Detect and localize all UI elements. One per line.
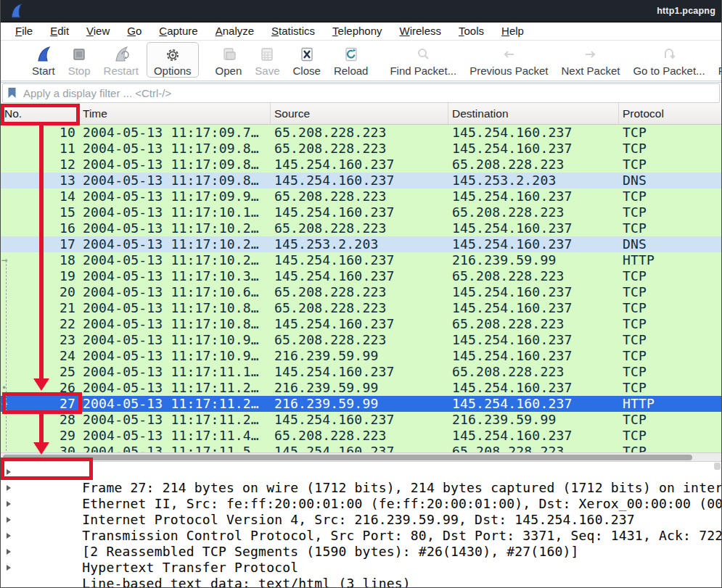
packet-row[interactable]: 28 2004-05-13 11:17:11.2… 145.254.160.23…: [1, 412, 721, 428]
packet-protocol: TCP: [619, 444, 721, 452]
packet-time: 2004-05-13 11:17:11.2…: [79, 380, 271, 396]
packet-time: 2004-05-13 11:17:10.6…: [79, 284, 271, 300]
menu-item[interactable]: Go: [118, 23, 150, 39]
expand-triangle-icon[interactable]: [7, 565, 11, 571]
save-file-button: Save: [248, 42, 286, 80]
display-filter-input[interactable]: [22, 86, 719, 100]
column-header-no[interactable]: No.: [1, 103, 79, 124]
packet-number: 14: [60, 189, 75, 204]
packet-row[interactable]: 22 2004-05-13 11:17:10.8… 145.254.160.23…: [1, 316, 721, 332]
restart-capture-button: Restart: [97, 42, 145, 80]
packet-row[interactable]: 15 2004-05-13 11:17:10.1… 145.254.160.23…: [1, 204, 721, 220]
packet-destination: 145.253.2.203: [448, 173, 619, 189]
close-file-button[interactable]: Close: [287, 42, 327, 80]
packet-protocol: TCP: [619, 125, 721, 141]
packet-row[interactable]: 30 2004-05-13 11:17:11.5… 145.254.160.23…: [1, 444, 721, 452]
related-packet-marker-icon: [1, 348, 14, 364]
packet-row[interactable]: 27 2004-05-13 11:17:11.2… 216.239.59.99 …: [1, 396, 721, 412]
menu-item[interactable]: Analyze: [207, 23, 263, 39]
packet-source: 216.239.59.99: [271, 396, 448, 412]
packet-row[interactable]: 25 2004-05-13 11:17:11.1… 145.254.160.23…: [1, 364, 721, 380]
shark-fin-restart-icon: [112, 45, 130, 64]
detail-tree-row[interactable]: [2 Reassembled TCP Segments (1590 bytes)…: [1, 528, 721, 544]
packet-row[interactable]: 26 2004-05-13 11:17:11.2… 216.239.59.99 …: [1, 380, 721, 396]
packet-row[interactable]: 16 2004-05-13 11:17:10.2… 65.208.228.223…: [1, 220, 721, 236]
packet-row[interactable]: 11 2004-05-13 11:17:09.8… 65.208.228.223…: [1, 141, 721, 157]
packet-number: 25: [60, 364, 75, 379]
packet-row[interactable]: 10 2004-05-13 11:17:09.7… 65.208.228.223…: [1, 125, 721, 141]
expand-triangle-icon[interactable]: [7, 485, 11, 491]
detail-tree-row[interactable]: Transmission Control Protocol, Src Port:…: [1, 512, 721, 528]
packet-number: 11: [60, 141, 75, 156]
packet-time: 2004-05-13 11:17:10.2…: [79, 236, 271, 252]
bookmark-icon[interactable]: [7, 87, 17, 99]
packet-number: 15: [60, 204, 75, 220]
menu-item[interactable]: Edit: [41, 23, 78, 39]
column-header-time[interactable]: Time: [79, 103, 271, 124]
related-packet-marker-icon: [1, 332, 14, 348]
horizontal-scrollbar-thumb[interactable]: [3, 455, 692, 460]
expand-triangle-icon[interactable]: [7, 549, 11, 555]
menu-item[interactable]: Tools: [450, 23, 493, 39]
detail-text: Line-based text data: text/html (3 lines…: [82, 576, 411, 588]
packet-source: 145.254.160.237: [271, 364, 448, 380]
packet-row[interactable]: 23 2004-05-13 11:17:10.9… 65.208.228.223…: [1, 332, 721, 348]
packet-destination: 145.254.160.237: [448, 141, 619, 157]
menu-item[interactable]: Telephony: [324, 23, 390, 39]
detail-tree-row[interactable]: Hypertext Transfer Protocol: [1, 544, 721, 560]
packet-row[interactable]: 14 2004-05-13 11:17:09.9… 65.208.228.223…: [1, 189, 721, 204]
column-header-source[interactable]: Source: [271, 103, 448, 124]
gear-icon: [164, 46, 181, 64]
column-header-destination[interactable]: Destination: [448, 103, 619, 124]
detail-tree-row[interactable]: Internet Protocol Version 4, Src: 216.23…: [1, 496, 721, 512]
packet-row[interactable]: 18 2004-05-13 11:17:10.2… 145.254.160.23…: [1, 252, 721, 268]
wireshark-fin-icon: [9, 3, 24, 19]
reload-file-button[interactable]: Reload: [327, 42, 375, 80]
packet-time: 2004-05-13 11:17:09.7…: [79, 125, 271, 141]
packet-protocol: DNS: [619, 236, 721, 252]
packet-row[interactable]: 20 2004-05-13 11:17:10.6… 65.208.228.223…: [1, 284, 721, 300]
next-packet-button: Next Packet: [555, 42, 627, 80]
menu-item[interactable]: File: [7, 23, 41, 39]
start-capture-button[interactable]: Start: [25, 42, 62, 80]
packet-protocol: HTTP: [619, 396, 721, 412]
packet-destination: 145.254.160.237: [448, 300, 619, 316]
packet-source: 145.254.160.237: [271, 444, 448, 452]
reload-icon: [342, 45, 360, 64]
display-filter-field[interactable]: [2, 83, 720, 103]
packet-row[interactable]: 24 2004-05-13 11:17:10.9… 216.239.59.99 …: [1, 348, 721, 364]
packet-row[interactable]: 29 2004-05-13 11:17:11.4… 65.208.228.223…: [1, 428, 721, 444]
packet-source: 145.254.160.237: [271, 412, 448, 428]
capture-options-button[interactable]: Options: [147, 42, 199, 78]
related-packet-marker-icon: [1, 284, 14, 300]
packet-time: 2004-05-13 11:17:11.1…: [79, 364, 271, 380]
menu-item[interactable]: View: [78, 23, 118, 39]
expand-triangle-icon[interactable]: [7, 501, 11, 507]
expand-triangle-icon[interactable]: [7, 533, 11, 539]
packet-row[interactable]: 21 2004-05-13 11:17:10.8… 65.208.228.223…: [1, 300, 721, 316]
detail-tree-row[interactable]: Line-based text data: text/html (3 lines…: [1, 560, 721, 576]
menu-item[interactable]: Capture: [150, 23, 206, 39]
packet-protocol: TCP: [619, 189, 721, 204]
menu-item[interactable]: Statistics: [263, 23, 324, 39]
menu-item[interactable]: Wireless: [391, 23, 451, 39]
details-scrollbar-thumb[interactable]: [714, 463, 721, 470]
detail-tree-row[interactable]: Ethernet II, Src: fe:ff:20:00:01:00 (fe:…: [1, 480, 721, 496]
packet-time: 2004-05-13 11:17:10.1…: [79, 204, 271, 220]
menu-item[interactable]: Help: [493, 23, 533, 39]
packet-time: 2004-05-13 11:17:10.9…: [79, 348, 271, 364]
expand-triangle-icon[interactable]: [7, 517, 11, 523]
packet-row[interactable]: 13 2004-05-13 11:17:09.8… 145.254.160.23…: [1, 173, 721, 189]
packet-row[interactable]: 17 2004-05-13 11:17:10.2… 145.253.2.203 …: [1, 236, 721, 252]
packet-row[interactable]: 19 2004-05-13 11:17:10.3… 145.254.160.23…: [1, 268, 721, 284]
packet-number: 23: [60, 332, 75, 347]
packet-row[interactable]: 12 2004-05-13 11:17:09.8… 145.254.160.23…: [1, 157, 721, 173]
packet-time: 2004-05-13 11:17:11.2…: [79, 396, 271, 412]
detail-tree-row[interactable]: Frame 27: 214 bytes on wire (1712 bits),…: [1, 464, 721, 480]
horizontal-scrollbar[interactable]: [1, 452, 721, 461]
expand-triangle-icon[interactable]: [7, 469, 11, 475]
display-filter-bar: [1, 82, 721, 103]
column-header-protocol[interactable]: Protocol: [619, 103, 721, 124]
packet-destination: 216.239.59.99: [448, 412, 619, 428]
packet-time: 2004-05-13 11:17:09.8…: [79, 157, 271, 173]
